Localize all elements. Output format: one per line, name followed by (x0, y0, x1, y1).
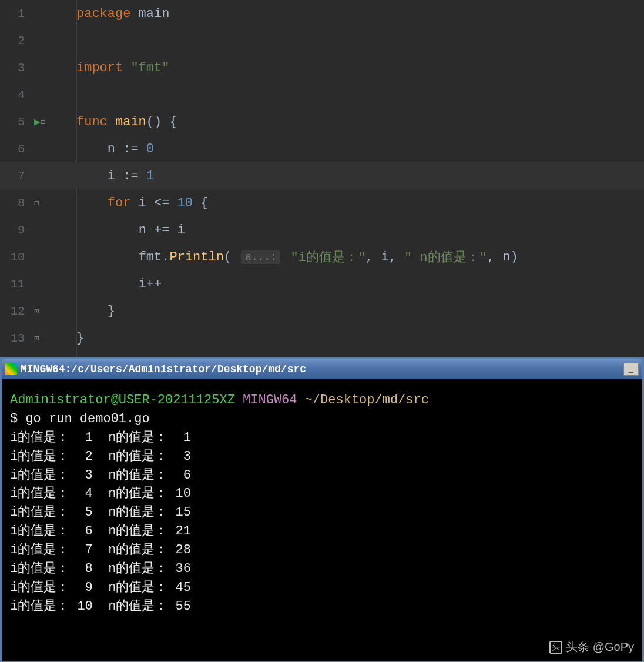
code-line[interactable]: 4 (0, 81, 644, 108)
code-content[interactable]: package main (65, 6, 169, 21)
mingw-icon (5, 363, 17, 375)
code-line[interactable]: 10 fmt.Println( a...: "i的值是：", i, " n的值是… (0, 243, 644, 270)
line-number: 5 (0, 115, 29, 129)
output-line: i的值是： 6 n的值是： 21 (10, 522, 634, 541)
code-line[interactable]: 9 n += i (0, 216, 644, 243)
code-line[interactable]: 11 i++ (0, 270, 644, 297)
command-line: $ go run demo01.go (10, 410, 634, 429)
code-line[interactable]: 5▶⊟func main() { (0, 108, 644, 135)
gutter: ▶⊟ (29, 115, 65, 128)
token-ident: n (108, 142, 123, 156)
token-ident (123, 61, 130, 75)
token-punct: ( (224, 250, 239, 265)
token-fn: Println (169, 250, 223, 265)
gutter: ⊟ (29, 198, 65, 208)
code-content[interactable]: import "fmt" (65, 61, 169, 75)
titlebar[interactable]: MINGW64:/c/Users/Administrator/Desktop/m… (2, 359, 642, 379)
code-line[interactable]: 3import "fmt" (0, 54, 644, 81)
token-num: 1 (146, 169, 154, 183)
output-line: i的值是： 7 n的值是： 28 (10, 541, 634, 560)
window-title: MINGW64:/c/Users/Administrator/Desktop/m… (21, 363, 622, 375)
prompt-env: MINGW64 (243, 393, 297, 407)
line-number: 7 (0, 169, 29, 183)
code-content[interactable]: i := 1 (65, 169, 154, 183)
output-line: i的值是： 8 n的值是： 36 (10, 560, 634, 579)
token-ident: fmt (139, 250, 162, 265)
token-ident: n (139, 223, 154, 238)
toutiao-icon: 头 (549, 641, 562, 654)
code-content[interactable]: fmt.Println( a...: "i的值是：", i, " n的值是：",… (65, 248, 518, 266)
code-line[interactable]: 12⊡ } (0, 297, 644, 325)
code-content[interactable]: func main() { (65, 115, 177, 129)
token-kw: for (108, 196, 131, 210)
line-number: 3 (0, 61, 29, 75)
token-punct: . (162, 250, 169, 265)
token-punct: () { (146, 115, 177, 129)
param-hint: a...: (242, 250, 280, 264)
terminal-body[interactable]: Administrator@USER-20211125XZ MINGW64 ~/… (2, 379, 642, 661)
output-line: i的值是： 9 n的值是： 45 (10, 579, 634, 597)
token-str: "fmt" (130, 61, 169, 75)
code-line[interactable]: 7 i := 1 (0, 162, 644, 189)
line-number: 9 (0, 223, 29, 237)
line-number: 12 (0, 305, 29, 318)
token-punct: } (108, 304, 115, 319)
minimize-button[interactable]: _ (623, 363, 639, 376)
prompt-path: ~/Desktop/md/src (305, 393, 429, 407)
fold-close-icon[interactable]: ⊡ (34, 306, 43, 316)
token-ident: i (139, 277, 146, 292)
line-number: 11 (0, 277, 29, 291)
fold-open-icon[interactable]: ⊟ (41, 117, 50, 127)
fold-close-icon[interactable]: ⊡ (34, 333, 43, 343)
gutter: ⊡ (29, 306, 65, 316)
run-icon[interactable]: ▶ (34, 115, 41, 128)
token-punct: := (123, 169, 146, 183)
token-punct: += (154, 223, 177, 238)
terminal-window: MINGW64:/c/Users/Administrator/Desktop/m… (0, 357, 644, 662)
gutter: ⊡ (29, 333, 65, 343)
token-fn: main (115, 115, 146, 129)
code-content[interactable]: n += i (65, 223, 185, 238)
token-punct: , (365, 250, 381, 265)
output-line: i的值是： 10 n的值是： 55 (10, 597, 634, 616)
code-line[interactable]: 2 (0, 27, 644, 54)
token-ident: i (177, 223, 185, 238)
token-str: "i的值是：" (290, 248, 365, 266)
code-line[interactable]: 1package main (0, 0, 644, 27)
token-ident (108, 115, 115, 129)
token-num: 0 (146, 142, 154, 156)
code-content[interactable]: } (65, 331, 84, 346)
token-punct: { (193, 196, 208, 210)
code-line[interactable]: 8⊟ for i <= 10 { (0, 189, 644, 216)
output-line: i的值是： 3 n的值是： 6 (10, 466, 634, 485)
code-line[interactable]: 6 n := 0 (0, 135, 644, 162)
line-number: 4 (0, 88, 29, 102)
fold-open-icon[interactable]: ⊟ (34, 198, 43, 208)
code-editor[interactable]: 1package main23import "fmt"45▶⊟func main… (0, 0, 644, 357)
token-ident: i (130, 196, 154, 210)
token-ident: n (502, 250, 510, 265)
output-line: i的值是： 4 n的值是： 10 (10, 484, 634, 503)
output-line: i的值是： 5 n的值是： 15 (10, 503, 634, 522)
token-kw: func (76, 115, 108, 129)
token-punct: ) (511, 250, 518, 265)
token-kw: import (76, 61, 123, 75)
line-number: 10 (0, 250, 29, 264)
token-ident: i (108, 169, 123, 183)
token-str: " n的值是：" (404, 248, 487, 266)
code-content[interactable]: } (65, 304, 115, 319)
code-content[interactable]: for i <= 10 { (65, 196, 208, 210)
token-num: 10 (177, 196, 193, 210)
line-number: 8 (0, 196, 29, 210)
line-number: 1 (0, 7, 29, 21)
token-punct: , (389, 250, 404, 265)
token-ident (283, 250, 290, 265)
code-content[interactable]: n := 0 (65, 142, 154, 156)
code-content[interactable]: i++ (65, 277, 162, 292)
line-number: 13 (0, 332, 29, 345)
watermark: 头 头条 @GoPy (549, 638, 634, 656)
token-kw: package (76, 6, 130, 21)
code-line[interactable]: 13⊡} (0, 325, 644, 352)
prompt-line: Administrator@USER-20211125XZ MINGW64 ~/… (10, 391, 634, 410)
token-ident: main (130, 6, 169, 21)
